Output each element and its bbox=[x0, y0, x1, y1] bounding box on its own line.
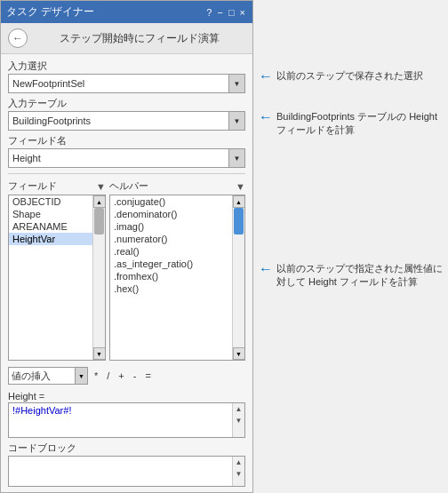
annotation-3: ← 以前のステップで指定された属性値に対して Height フィールドを計算 bbox=[259, 262, 443, 290]
dialog-header: ← ステップ開始時にフィールド演算 bbox=[1, 23, 252, 54]
input-selection-section: 入力選択 NewFootprintSel ▼ bbox=[8, 60, 245, 93]
field-name-section: フィールド名 Height ▼ bbox=[8, 134, 245, 168]
help-icon[interactable]: ? bbox=[204, 7, 213, 18]
maximize-icon[interactable]: □ bbox=[227, 7, 236, 18]
scroll-down-btn[interactable]: ▼ bbox=[93, 347, 106, 360]
annotation-text-3: 以前のステップで指定された属性値に対して Height フィールドを計算 bbox=[276, 262, 443, 290]
input-table-label: 入力テーブル bbox=[8, 97, 245, 110]
field-name-combo[interactable]: Height ▼ bbox=[8, 148, 245, 168]
code-block-label: コードブロック bbox=[8, 441, 245, 455]
code-block-area[interactable]: ▲ ▼ bbox=[8, 456, 245, 487]
input-selection-arrow[interactable]: ▼ bbox=[228, 75, 244, 92]
title-bar-icons: ? − □ × bbox=[204, 7, 247, 18]
code-scrollbar[interactable]: ▲ ▼ bbox=[232, 457, 244, 486]
list-item[interactable]: .real() bbox=[110, 245, 232, 258]
expression-field-label: Height = bbox=[8, 391, 44, 402]
list-item[interactable]: .as_integer_ratio() bbox=[110, 258, 232, 270]
task-designer-dialog: タスク デザイナー ? − □ × ← ステップ開始時にフィールド演算 入力選択… bbox=[0, 0, 253, 493]
list-item[interactable]: .numerator() bbox=[110, 233, 232, 245]
insert-value-combo[interactable]: 値の挿入 ▼ bbox=[8, 367, 88, 385]
expr-scroll-up[interactable]: ▲ bbox=[236, 403, 243, 415]
fields-column: フィールド ▼ OBJECTID Shape AREANAME HeightVa… bbox=[8, 179, 106, 361]
fields-scrollbar[interactable]: ▲ ▼ bbox=[92, 195, 105, 360]
annotation-text-1: 以前のステップで保存された選択 bbox=[276, 69, 423, 83]
input-table-arrow[interactable]: ▼ bbox=[228, 112, 244, 130]
input-table-value: BuildingFootprints bbox=[9, 114, 228, 128]
input-table-combo[interactable]: BuildingFootprints ▼ bbox=[8, 111, 245, 131]
list-item[interactable]: OBJECTID bbox=[9, 195, 92, 208]
list-item[interactable]: .hex() bbox=[110, 282, 232, 295]
expression-section: Height = !#HeightVar#! ▲ ▼ bbox=[8, 391, 245, 438]
operator-multiply[interactable]: * bbox=[92, 370, 100, 382]
code-scroll-up[interactable]: ▲ bbox=[236, 457, 243, 468]
code-scroll-down[interactable]: ▼ bbox=[236, 468, 243, 480]
close-icon[interactable]: × bbox=[238, 7, 247, 18]
operator-divide[interactable]: / bbox=[104, 370, 112, 382]
input-selection-label: 入力選択 bbox=[8, 60, 245, 73]
dialog-content: 入力選択 NewFootprintSel ▼ 入力テーブル BuildingFo… bbox=[1, 54, 252, 492]
expression-scrollbar[interactable]: ▲ ▼ bbox=[232, 403, 244, 437]
annotation-text-2: BuildingFootprints テーブルの Height フィールドを計算 bbox=[276, 110, 443, 138]
scroll-up-btn[interactable]: ▲ bbox=[233, 195, 245, 208]
operator-minus[interactable]: - bbox=[131, 370, 140, 382]
fields-column-label: フィールド bbox=[8, 179, 57, 193]
scroll-track[interactable] bbox=[233, 208, 244, 347]
fields-filter-icon[interactable]: ▼ bbox=[96, 181, 106, 192]
annotation-2: ← BuildingFootprints テーブルの Height フィールドを… bbox=[259, 110, 443, 138]
helpers-column: ヘルパー ▼ .conjugate() .denominator() .imag… bbox=[109, 179, 245, 361]
helpers-scrollbar[interactable]: ▲ ▼ bbox=[232, 195, 244, 360]
scroll-down-btn[interactable]: ▼ bbox=[233, 347, 245, 360]
fields-list[interactable]: OBJECTID Shape AREANAME HeightVar bbox=[9, 195, 92, 360]
fields-list-wrapper: OBJECTID Shape AREANAME HeightVar ▲ ▼ bbox=[8, 195, 106, 361]
annotation-arrow-2: ← bbox=[259, 110, 273, 124]
scroll-up-btn[interactable]: ▲ bbox=[93, 195, 106, 208]
operator-equals[interactable]: = bbox=[142, 370, 153, 382]
list-item[interactable]: Shape bbox=[9, 208, 92, 220]
list-item[interactable]: .conjugate() bbox=[110, 195, 232, 208]
fields-header: フィールド ▼ bbox=[8, 179, 106, 193]
insert-value-arrow[interactable]: ▼ bbox=[75, 368, 87, 384]
scroll-thumb bbox=[234, 208, 244, 235]
input-table-section: 入力テーブル BuildingFootprints ▼ bbox=[8, 97, 245, 131]
operator-plus[interactable]: + bbox=[116, 370, 126, 382]
expression-value: !#HeightVar#! bbox=[12, 405, 71, 416]
field-name-arrow[interactable]: ▼ bbox=[228, 149, 244, 167]
title-bar: タスク デザイナー ? − □ × bbox=[1, 1, 252, 23]
dialog-title: タスク デザイナー bbox=[6, 4, 94, 20]
helpers-column-label: ヘルパー bbox=[109, 179, 148, 193]
input-selection-combo[interactable]: NewFootprintSel ▼ bbox=[8, 74, 245, 93]
list-item[interactable]: .fromhex() bbox=[110, 270, 232, 282]
expr-scroll-down[interactable]: ▼ bbox=[236, 415, 243, 426]
list-item[interactable]: .denominator() bbox=[110, 208, 232, 220]
minimize-icon[interactable]: − bbox=[215, 7, 224, 18]
scroll-thumb bbox=[94, 208, 104, 235]
annotation-1: ← 以前のステップで保存された選択 bbox=[259, 69, 443, 83]
list-item[interactable]: .imag() bbox=[110, 220, 232, 233]
list-item[interactable]: AREANAME bbox=[9, 220, 92, 233]
title-bar-left: タスク デザイナー bbox=[6, 4, 94, 20]
back-button[interactable]: ← bbox=[8, 28, 28, 48]
code-block-section: コードブロック ▲ ▼ bbox=[8, 441, 245, 487]
divider-1 bbox=[8, 173, 245, 174]
app-wrapper: タスク デザイナー ? − □ × ← ステップ開始時にフィールド演算 入力選択… bbox=[0, 0, 448, 493]
annotation-arrow-3: ← bbox=[259, 262, 273, 276]
helpers-list[interactable]: .conjugate() .denominator() .imag() .num… bbox=[110, 195, 232, 360]
expression-area[interactable]: !#HeightVar#! ▲ ▼ bbox=[8, 402, 245, 438]
fields-helpers-row: フィールド ▼ OBJECTID Shape AREANAME HeightVa… bbox=[8, 179, 245, 361]
field-name-value: Height bbox=[9, 151, 228, 165]
scroll-track[interactable] bbox=[93, 208, 105, 347]
dialog-header-title: ステップ開始時にフィールド演算 bbox=[33, 31, 245, 46]
annotations-panel: ← 以前のステップで保存された選択 ← BuildingFootprints テ… bbox=[253, 0, 448, 493]
helpers-header: ヘルパー ▼ bbox=[109, 179, 245, 193]
list-item[interactable]: HeightVar bbox=[9, 233, 92, 245]
helpers-list-wrapper: .conjugate() .denominator() .imag() .num… bbox=[109, 195, 245, 361]
field-name-label: フィールド名 bbox=[8, 134, 245, 147]
annotation-arrow-1: ← bbox=[259, 69, 273, 83]
input-selection-value: NewFootprintSel bbox=[9, 76, 228, 91]
insert-value-label: 値の挿入 bbox=[9, 370, 75, 383]
expression-label: Height = bbox=[8, 391, 245, 402]
operators-row: 値の挿入 ▼ * / + - = bbox=[8, 367, 245, 385]
helpers-filter-icon[interactable]: ▼ bbox=[236, 181, 245, 192]
